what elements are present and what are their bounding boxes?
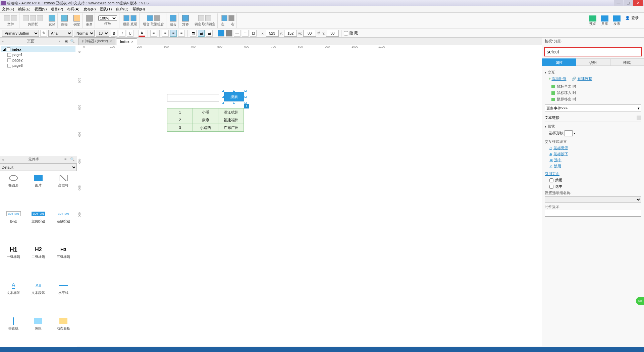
create-link-link[interactable]: 创建连接 [578,77,592,81]
h-input[interactable] [326,30,339,37]
library-select[interactable]: Default [0,164,77,171]
widget-panel[interactable]: 动态面板 [51,315,75,351]
widget-placeholder[interactable]: 占位符 [51,172,75,208]
connect-icon[interactable] [61,15,68,21]
x-input[interactable] [266,30,279,37]
page-root[interactable]: ◢index [1,46,75,52]
border-style-button[interactable]: ╌ [242,30,249,37]
unlock-icon[interactable] [205,15,211,21]
widget-ellipse[interactable]: 椭圆形 [1,172,25,208]
style-link[interactable]: ⊘禁用 [549,164,641,169]
widget-type-select[interactable]: Primary Button [2,30,39,37]
canvas[interactable]: 搜索 1 1小明浙江杭州2康康福建福州3小路西广东广州 [83,51,542,347]
weight-select[interactable]: Normal [74,30,95,37]
widget-A≡[interactable]: A≡文本段落 [26,280,50,315]
menu-item[interactable]: 团队(T) [100,7,112,12]
widget-H2[interactable]: H2二级标题 [26,244,50,279]
align-left-button[interactable]: ≡ [162,30,169,37]
widget-primary-button[interactable]: BUTTON主要按钮 [26,208,50,244]
editor-tab[interactable]: index× [116,38,137,45]
widget-H1[interactable]: H1一级标题 [1,244,25,279]
widget-A_[interactable]: A文本标签 [1,280,25,315]
bold-button[interactable]: B [111,30,117,37]
widget-link-button[interactable]: BUTTON链接按钮 [51,208,75,244]
distribute-icon[interactable] [182,15,189,21]
align-icon[interactable] [170,15,176,21]
bullets-button[interactable]: ≡ [150,30,157,37]
valign-top-button[interactable]: ⬒ [190,30,197,37]
menu-item[interactable]: 视图(V) [35,7,47,12]
style-manager-icon[interactable]: ✎ [40,30,47,37]
style-link[interactable]: ▣选中 [549,158,641,163]
align-center-button[interactable]: ≡ [170,30,177,37]
page-item[interactable]: page1 [1,52,75,57]
table-cell[interactable]: 浙江杭州 [218,108,244,116]
shape-section[interactable]: 形状 [545,124,641,129]
style-link[interactable]: ◇鼠标悬停 [549,145,641,150]
menu-item[interactable]: 布局(A) [67,7,79,12]
paste-icon[interactable] [37,15,43,21]
lib-search-icon[interactable]: 🔍 [70,157,75,162]
table-cell[interactable]: 广东广州 [218,124,244,132]
font-color-button[interactable]: A [139,30,145,37]
inspector-tab-属性[interactable]: 属性 [542,58,576,66]
maximize-button[interactable]: ▢ [624,0,633,6]
underline-button[interactable]: U [127,30,133,37]
table-cell[interactable]: 福建福州 [218,116,244,124]
menu-item[interactable]: 账户(C) [116,7,128,12]
data-table[interactable]: 1小明浙江杭州2康康福建福州3小路西广东广州 [167,108,244,132]
widget-button[interactable]: BUTTON按钮 [1,208,25,244]
table-cell[interactable]: 小明 [193,108,218,116]
select-icon[interactable] [49,15,55,21]
option-group-select[interactable] [545,196,641,203]
copy-icon[interactable] [30,15,36,21]
ribbon-登录[interactable]: 👤登录 [625,15,639,26]
float-badge[interactable]: 50 [636,297,644,305]
menu-item[interactable]: 文件(F) [2,7,14,12]
event-item[interactable]: 鼠标移出 时 [545,96,641,102]
fontsize-select[interactable]: 13 [96,30,109,37]
pen-icon[interactable] [73,15,80,21]
widget-vline[interactable]: 垂直线 [1,315,25,351]
corner-button[interactable]: ◻ [250,30,257,37]
widget-hline[interactable]: 水平线 [51,280,75,315]
text-link-button[interactable] [637,116,641,120]
editor-tab[interactable]: (中继器) (index)× [78,37,115,45]
more-events-dropdown[interactable]: 更多事件>>>▾ [545,104,641,112]
widget-name-input[interactable] [544,47,642,56]
group-icon[interactable] [147,15,153,21]
close-button[interactable]: ✕ [633,0,643,6]
w-input[interactable] [303,30,316,37]
taskbar[interactable] [0,347,644,352]
selected-checkbox[interactable] [549,185,553,189]
widget-hotspot[interactable]: 热区 [26,315,50,351]
inspector-tab-样式[interactable]: 样式 [610,58,644,66]
add-page-icon[interactable]: ▫ [59,39,63,44]
tooltip-input[interactable] [545,210,641,217]
ungroup-icon[interactable] [154,15,160,21]
y-input[interactable] [284,30,297,37]
more-icon[interactable] [86,15,93,21]
font-select[interactable]: Arial [48,30,72,37]
menu-item[interactable]: 帮助(H) [132,7,145,12]
table-cell[interactable]: 2 [167,116,193,124]
page-item[interactable]: page3 [1,63,75,68]
menu-item[interactable]: 项目(P) [51,7,63,12]
lock-icon[interactable] [198,15,204,21]
fill-color-button[interactable] [218,30,224,37]
menu-item[interactable]: 编辑(E) [18,7,31,12]
shape-selector[interactable] [565,130,573,136]
menu-item[interactable]: 发布(P) [84,7,96,12]
search-pages-icon[interactable]: 🔍 [70,39,75,44]
valign-bottom-button[interactable]: ⬓ [206,30,213,37]
style-link[interactable]: ◆鼠标按下 [549,151,641,157]
widget-image[interactable]: 图片 [26,172,50,208]
add-case-link[interactable]: 添加用例 [551,77,566,81]
back-icon[interactable] [130,15,137,21]
table-cell[interactable]: 3 [167,124,193,132]
search-textfield[interactable] [167,94,219,101]
zoom-select[interactable]: 100% [98,15,117,21]
ribbon-预览[interactable]: 预览 [589,15,596,26]
table-cell[interactable]: 1 [167,108,193,116]
new-icon[interactable] [4,15,10,21]
